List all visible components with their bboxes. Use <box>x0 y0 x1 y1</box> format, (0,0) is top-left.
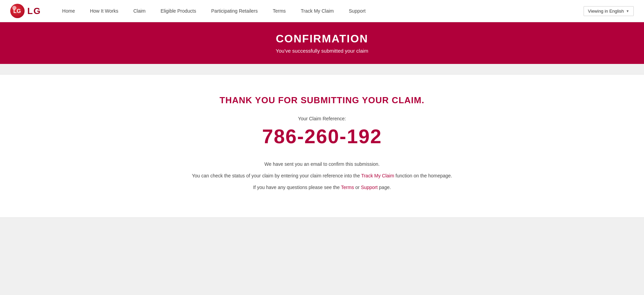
claim-ref-label: Your Claim Reference: <box>14 116 630 121</box>
nav-home[interactable]: Home <box>55 8 82 14</box>
terms-link[interactable]: Terms <box>341 185 354 190</box>
nav-how-it-works[interactable]: How It Works <box>82 8 126 14</box>
questions-text-mid: or <box>354 185 361 190</box>
track-claim-text: You can check the status of your claim b… <box>14 173 630 178</box>
thank-you-heading: THANK YOU FOR SUBMITTING YOUR CLAIM. <box>14 95 630 106</box>
logo-area[interactable]: LG LG <box>10 4 41 18</box>
main-nav: Home How It Works Claim Eligible Product… <box>55 8 584 14</box>
claim-number: 786-260-192 <box>14 125 630 148</box>
questions-text-before: If you have any questions please see the <box>253 185 341 190</box>
questions-text: If you have any questions please see the… <box>14 185 630 190</box>
track-text-after: function on the homepage. <box>394 173 452 178</box>
banner-title: CONFIRMATION <box>7 32 637 45</box>
support-link[interactable]: Support <box>361 185 378 190</box>
lg-logo-icon: LG <box>10 4 25 18</box>
nav-participating-retailers[interactable]: Participating Retailers <box>204 8 265 14</box>
confirmation-banner: CONFIRMATION You've successfully submitt… <box>0 22 644 64</box>
language-label: Viewing in English <box>588 9 624 14</box>
spacer-top <box>0 64 644 74</box>
nav-support[interactable]: Support <box>341 8 373 14</box>
email-confirmation: We have sent you an email to confirm thi… <box>14 161 630 167</box>
logo-text: LG <box>27 6 41 16</box>
chevron-down-icon: ▼ <box>626 9 629 13</box>
nav-terms[interactable]: Terms <box>265 8 293 14</box>
content-card: THANK YOU FOR SUBMITTING YOUR CLAIM. You… <box>0 74 644 218</box>
spacer-bottom <box>0 218 644 245</box>
banner-subtitle: You've successfully submitted your claim <box>7 48 637 54</box>
questions-text-after: page. <box>378 185 391 190</box>
track-my-claim-link[interactable]: Track My Claim <box>361 173 394 178</box>
header: LG LG Home How It Works Claim Eligible P… <box>0 0 644 22</box>
track-text-before: You can check the status of your claim b… <box>192 173 361 178</box>
nav-eligible-products[interactable]: Eligible Products <box>153 8 204 14</box>
language-selector[interactable]: Viewing in English ▼ <box>584 6 634 16</box>
nav-track-my-claim[interactable]: Track My Claim <box>293 8 341 14</box>
svg-text:LG: LG <box>13 8 21 14</box>
nav-claim[interactable]: Claim <box>126 8 153 14</box>
